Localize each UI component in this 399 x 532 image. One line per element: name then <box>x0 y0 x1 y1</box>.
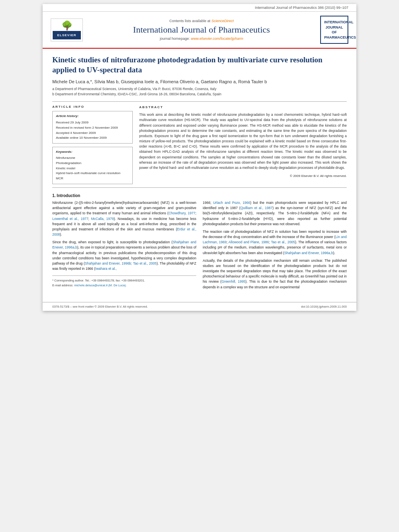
ref-iwahara[interactable]: Iwahara et al., <box>95 267 117 271</box>
introduction-section: 1. Introduction Nitrofurazone (2-((5-nit… <box>52 193 347 292</box>
intro-right-para-2: The reaction rate of photodegradation of… <box>203 229 347 256</box>
sciencedirect-link[interactable]: ScienceDirect <box>212 19 234 23</box>
article-info-label: Article Info <box>52 105 133 109</box>
ref-shahjahan1996[interactable]: Shahjahan and Enever, 1996a,b <box>52 240 196 249</box>
email-label: E-mail address: <box>52 283 73 287</box>
elsevier-logo-box: 🌳 ELSEVIER <box>51 18 83 41</box>
ref-allowood[interactable]: Allowood and Plane, 1986 <box>228 240 269 244</box>
journal-homepage: journal homepage: www.elsevier.com/locat… <box>91 37 312 41</box>
email-line: E-mail address: michele.deluca@unical.it… <box>52 283 196 288</box>
article-history-box: Article history: Received 29 July 2009 R… <box>52 111 133 144</box>
keyword-3: Kinetic model <box>56 166 129 171</box>
ref-chowdhury[interactable]: Chowdhury, 1977 <box>169 211 195 215</box>
elsevier-label: ELSEVIER <box>53 31 81 39</box>
journal-header: 🌳 ELSEVIER Contents lists available at S… <box>43 12 356 49</box>
ref-urlach[interactable]: Urlach and Pozo, 1966 <box>213 201 250 205</box>
article-info-abstract: Article Info Article history: Received 2… <box>52 105 347 184</box>
keywords-label: Keywords: <box>56 150 129 155</box>
accepted-date: Accepted 4 November 2009 <box>56 131 129 136</box>
ref-tao2005[interactable]: Tao et al., 2005 <box>271 240 295 244</box>
keyword-1: Nitrofurazone <box>56 156 129 161</box>
intro-left-col: Nitrofurazone (2-((5-nitro-2-furanyl)met… <box>52 200 196 292</box>
received-date: Received 29 July 2009 <box>56 120 129 125</box>
available-date: Available online 10 November 2009 <box>56 136 129 141</box>
copyright-bottom: 0378-5173/$ – see front matter © 2009 El… <box>52 305 148 308</box>
email-link[interactable]: michele.deluca@unical.it (M. De Luca). <box>74 283 127 287</box>
left-col: Article Info Article history: Received 2… <box>52 105 133 184</box>
contents-line: Contents lists available at ScienceDirec… <box>91 19 312 23</box>
keyword-2: Photodegradation <box>56 161 129 166</box>
elsevier-logo: 🌳 ELSEVIER <box>51 18 83 41</box>
ref-greenhill[interactable]: Greenhill, 1995 <box>222 279 246 283</box>
ref-lowenthal[interactable]: Lowenthal et al., 1977 <box>52 217 88 221</box>
ref-erdur[interactable]: Erdur et al., 2008 <box>52 227 196 236</box>
intro-right-col: 1966; Urlach and Pozo, 1966) but the mai… <box>203 200 347 292</box>
elsevier-tree-icon: 🌳 <box>53 21 81 31</box>
journal-title-center: Contents lists available at ScienceDirec… <box>91 19 312 41</box>
footer-bottom: 0378-5173/$ – see front matter © 2009 El… <box>43 302 356 311</box>
page: International Journal of Pharmaceutics 3… <box>43 4 356 311</box>
intro-para-1: Nitrofurazone (2-((5-nitro-2-furanyl)met… <box>52 200 196 237</box>
keyword-5: MCR <box>56 176 129 181</box>
abstract-label: ABSTRACT <box>139 105 347 110</box>
paper-title: Kinetic studies of nitrofurazone photode… <box>52 55 347 75</box>
journal-logo-box: INTERNATIONALJOURNAL OFPHARMACEUTICS <box>320 16 348 44</box>
divider-1 <box>52 101 347 102</box>
affiliation-b: b Department of Environmental Chemistry,… <box>52 92 347 97</box>
abstract-text: This work aims at describing the kinetic… <box>139 112 347 170</box>
journal-title: International Journal of Pharmaceutics <box>91 25 312 35</box>
copyright: © 2009 Elsevier B.V. All rights reserved… <box>139 174 347 179</box>
journal-logo-right: INTERNATIONALJOURNAL OFPHARMACEUTICS <box>320 16 348 44</box>
intro-heading: 1. Introduction <box>52 193 347 198</box>
keywords-box: Keywords: Nitrofurazone Photodegradation… <box>52 147 133 184</box>
affiliations: a Department of Pharmaceutical Sciences,… <box>52 86 347 97</box>
footer-note: * Corresponding author. Tel.: +39 098449… <box>52 275 196 288</box>
affiliation-a: a Department of Pharmaceutical Sciences,… <box>52 86 347 92</box>
journal-logo-text: INTERNATIONALJOURNAL OFPHARMACEUTICS <box>324 20 356 39</box>
article-history-label: Article history: <box>56 114 129 119</box>
right-col: ABSTRACT This work aims at describing th… <box>139 105 347 184</box>
divider-2 <box>52 187 347 188</box>
paper-body: Kinetic studies of nitrofurazone photode… <box>43 49 356 298</box>
journal-ref: International Journal of Pharmaceutics 3… <box>255 6 348 10</box>
journal-ref-bar: International Journal of Pharmaceutics 3… <box>43 4 356 12</box>
journal-homepage-link[interactable]: www.elsevier.com/locate/ijpharm <box>191 37 243 41</box>
intro-para-2: Since the drug, when exposed to light, i… <box>52 240 196 271</box>
doi: doi:10.1016/j.ijpharm.2009.11.003 <box>301 305 347 308</box>
ref-quilliam[interactable]: Quilliam et al., 1987 <box>241 206 273 210</box>
ref-mccalla[interactable]: McCalla, 1979 <box>91 217 113 221</box>
ref-shahjahan1996ab[interactable]: Shahjahan and Enever, 1996a,b <box>284 251 333 255</box>
intro-two-col: Nitrofurazone (2-((5-nitro-2-furanyl)met… <box>52 200 347 292</box>
corresponding-author: * Corresponding author. Tel.: +39 098449… <box>52 278 196 283</box>
revised-date: Received in revised form 2 November 2009 <box>56 125 129 131</box>
intro-right-para-3: Actually, the details of the photodegrad… <box>203 258 347 290</box>
authors: Michele De Luca a,*, Sílvia Mas b, Giuse… <box>52 79 347 84</box>
ref-shahjahan-tao[interactable]: Shahjahan and Enever, 1996b; Tao et al.,… <box>85 261 157 265</box>
intro-right-para-1: 1966; Urlach and Pozo, 1966) but the mai… <box>203 200 347 227</box>
keyword-4: Hybrid hard–soft multivariate curve reso… <box>56 171 129 176</box>
